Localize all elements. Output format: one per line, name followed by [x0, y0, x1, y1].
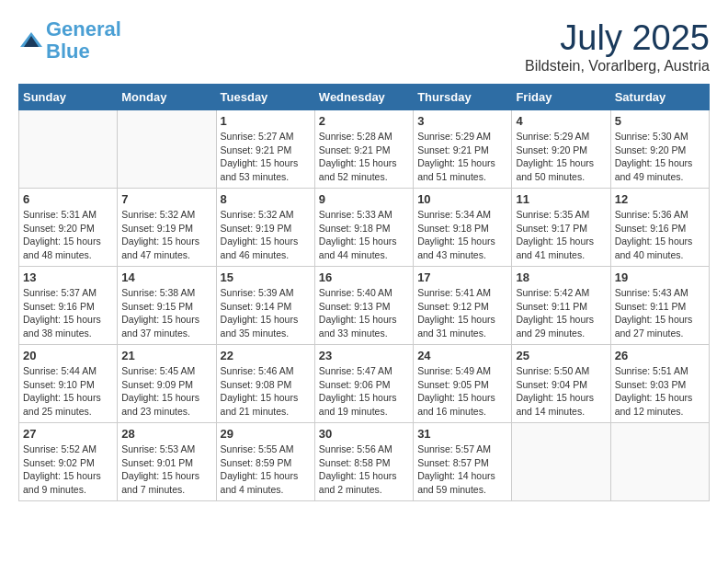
calendar-cell: 5Sunrise: 5:30 AMSunset: 9:20 PMDaylight…	[610, 110, 709, 189]
calendar-cell: 9Sunrise: 5:33 AMSunset: 9:18 PMDaylight…	[314, 189, 413, 267]
day-number: 18	[516, 270, 606, 284]
calendar-cell: 16Sunrise: 5:40 AMSunset: 9:13 PMDayligh…	[314, 267, 413, 345]
day-number: 8	[221, 192, 311, 206]
day-number: 19	[615, 270, 705, 284]
day-info: Sunrise: 5:42 AMSunset: 9:11 PMDaylight:…	[516, 286, 606, 340]
calendar-week-5: 27Sunrise: 5:52 AMSunset: 9:02 PMDayligh…	[19, 423, 710, 501]
day-number: 4	[516, 114, 606, 128]
calendar-cell: 27Sunrise: 5:52 AMSunset: 9:02 PMDayligh…	[19, 423, 118, 501]
calendar-cell	[512, 423, 610, 501]
calendar-cell	[610, 423, 709, 501]
weekday-header-wednesday: Wednesday	[314, 85, 413, 110]
calendar-cell: 28Sunrise: 5:53 AMSunset: 9:01 PMDayligh…	[118, 423, 216, 501]
calendar-cell: 25Sunrise: 5:50 AMSunset: 9:04 PMDayligh…	[512, 345, 610, 423]
day-number: 14	[121, 270, 211, 284]
day-number: 20	[23, 349, 113, 362]
calendar-cell: 3Sunrise: 5:29 AMSunset: 9:21 PMDaylight…	[414, 110, 512, 189]
calendar-week-2: 6Sunrise: 5:31 AMSunset: 9:20 PMDaylight…	[19, 189, 710, 267]
day-info: Sunrise: 5:32 AMSunset: 9:19 PMDaylight:…	[221, 208, 311, 262]
calendar-cell: 2Sunrise: 5:28 AMSunset: 9:21 PMDaylight…	[314, 110, 413, 189]
weekday-header-thursday: Thursday	[414, 85, 512, 110]
calendar-cell: 13Sunrise: 5:37 AMSunset: 9:16 PMDayligh…	[19, 267, 118, 345]
calendar-cell: 7Sunrise: 5:32 AMSunset: 9:19 PMDaylight…	[118, 189, 216, 267]
logo-line2: Blue	[46, 40, 90, 63]
calendar-cell: 17Sunrise: 5:41 AMSunset: 9:12 PMDayligh…	[414, 267, 512, 345]
day-number: 3	[417, 114, 507, 128]
day-number: 27	[23, 427, 113, 441]
location-title: Bildstein, Vorarlberg, Austria	[525, 58, 710, 75]
logo-text: General Blue	[46, 18, 121, 63]
day-info: Sunrise: 5:45 AMSunset: 9:09 PMDaylight:…	[121, 364, 211, 419]
day-info: Sunrise: 5:33 AMSunset: 9:18 PMDaylight:…	[319, 208, 409, 262]
day-number: 30	[319, 427, 409, 441]
calendar-table: SundayMondayTuesdayWednesdayThursdayFrid…	[18, 84, 710, 501]
day-info: Sunrise: 5:47 AMSunset: 9:06 PMDaylight:…	[319, 364, 409, 419]
calendar-cell	[19, 110, 118, 189]
day-number: 24	[417, 349, 507, 362]
calendar-cell: 23Sunrise: 5:47 AMSunset: 9:06 PMDayligh…	[314, 345, 413, 423]
month-title: July 2025	[525, 18, 710, 58]
day-info: Sunrise: 5:29 AMSunset: 9:21 PMDaylight:…	[417, 130, 507, 184]
day-info: Sunrise: 5:55 AMSunset: 8:59 PMDaylight:…	[221, 442, 311, 497]
day-number: 9	[319, 192, 409, 206]
day-number: 2	[319, 114, 409, 128]
day-number: 26	[615, 349, 705, 362]
day-number: 25	[516, 349, 606, 362]
calendar-cell: 10Sunrise: 5:34 AMSunset: 9:18 PMDayligh…	[414, 189, 512, 267]
calendar-cell: 15Sunrise: 5:39 AMSunset: 9:14 PMDayligh…	[216, 267, 314, 345]
calendar-cell: 22Sunrise: 5:46 AMSunset: 9:08 PMDayligh…	[216, 345, 314, 423]
day-number: 7	[121, 192, 211, 206]
day-info: Sunrise: 5:40 AMSunset: 9:13 PMDaylight:…	[319, 286, 409, 340]
day-info: Sunrise: 5:46 AMSunset: 9:08 PMDaylight:…	[221, 364, 311, 419]
calendar-cell: 21Sunrise: 5:45 AMSunset: 9:09 PMDayligh…	[118, 345, 216, 423]
weekday-header-row: SundayMondayTuesdayWednesdayThursdayFrid…	[19, 85, 710, 110]
page-header: General Blue July 2025 Bildstein, Vorarl…	[18, 18, 710, 75]
day-info: Sunrise: 5:30 AMSunset: 9:20 PMDaylight:…	[615, 130, 705, 184]
day-info: Sunrise: 5:39 AMSunset: 9:14 PMDaylight:…	[221, 286, 311, 340]
day-info: Sunrise: 5:53 AMSunset: 9:01 PMDaylight:…	[121, 442, 211, 497]
calendar-cell: 26Sunrise: 5:51 AMSunset: 9:03 PMDayligh…	[610, 345, 709, 423]
logo-icon	[18, 30, 44, 51]
day-info: Sunrise: 5:50 AMSunset: 9:04 PMDaylight:…	[516, 364, 606, 419]
calendar-cell: 12Sunrise: 5:36 AMSunset: 9:16 PMDayligh…	[610, 189, 709, 267]
calendar-cell: 6Sunrise: 5:31 AMSunset: 9:20 PMDaylight…	[19, 189, 118, 267]
day-number: 29	[221, 427, 311, 441]
calendar-cell: 20Sunrise: 5:44 AMSunset: 9:10 PMDayligh…	[19, 345, 118, 423]
day-info: Sunrise: 5:27 AMSunset: 9:21 PMDaylight:…	[221, 130, 311, 184]
day-number: 16	[319, 270, 409, 284]
day-number: 12	[615, 192, 705, 206]
calendar-cell: 1Sunrise: 5:27 AMSunset: 9:21 PMDaylight…	[216, 110, 314, 189]
day-info: Sunrise: 5:29 AMSunset: 9:20 PMDaylight:…	[516, 130, 606, 184]
day-number: 23	[319, 349, 409, 362]
day-info: Sunrise: 5:56 AMSunset: 8:58 PMDaylight:…	[319, 442, 409, 497]
day-info: Sunrise: 5:43 AMSunset: 9:11 PMDaylight:…	[615, 286, 705, 340]
calendar-cell: 11Sunrise: 5:35 AMSunset: 9:17 PMDayligh…	[512, 189, 610, 267]
day-number: 17	[417, 270, 507, 284]
day-info: Sunrise: 5:36 AMSunset: 9:16 PMDaylight:…	[615, 208, 705, 262]
day-info: Sunrise: 5:52 AMSunset: 9:02 PMDaylight:…	[23, 442, 113, 497]
day-number: 6	[23, 192, 113, 206]
calendar-cell: 30Sunrise: 5:56 AMSunset: 8:58 PMDayligh…	[314, 423, 413, 501]
calendar-week-1: 1Sunrise: 5:27 AMSunset: 9:21 PMDaylight…	[19, 110, 710, 189]
day-number: 5	[615, 114, 705, 128]
day-number: 28	[121, 427, 211, 441]
day-info: Sunrise: 5:41 AMSunset: 9:12 PMDaylight:…	[417, 286, 507, 340]
day-number: 21	[121, 349, 211, 362]
logo-line1: General	[46, 17, 121, 40]
logo: General Blue	[18, 18, 121, 63]
day-number: 13	[23, 270, 113, 284]
day-number: 10	[417, 192, 507, 206]
day-info: Sunrise: 5:35 AMSunset: 9:17 PMDaylight:…	[516, 208, 606, 262]
day-number: 22	[221, 349, 311, 362]
weekday-header-monday: Monday	[118, 85, 216, 110]
calendar-cell: 24Sunrise: 5:49 AMSunset: 9:05 PMDayligh…	[414, 345, 512, 423]
day-info: Sunrise: 5:34 AMSunset: 9:18 PMDaylight:…	[417, 208, 507, 262]
weekday-header-sunday: Sunday	[19, 85, 118, 110]
calendar-week-4: 20Sunrise: 5:44 AMSunset: 9:10 PMDayligh…	[19, 345, 710, 423]
weekday-header-saturday: Saturday	[610, 85, 709, 110]
day-number: 1	[221, 114, 311, 128]
calendar-cell: 19Sunrise: 5:43 AMSunset: 9:11 PMDayligh…	[610, 267, 709, 345]
calendar-cell: 14Sunrise: 5:38 AMSunset: 9:15 PMDayligh…	[118, 267, 216, 345]
day-info: Sunrise: 5:38 AMSunset: 9:15 PMDaylight:…	[121, 286, 211, 340]
calendar-cell	[118, 110, 216, 189]
